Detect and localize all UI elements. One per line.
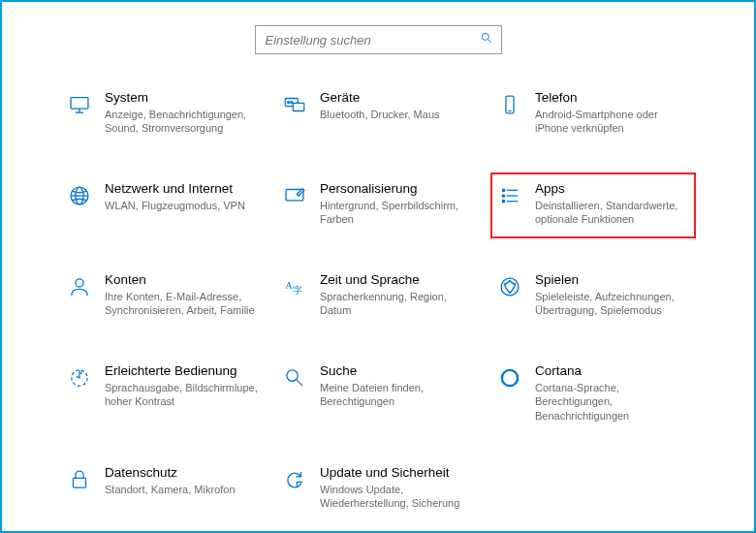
cortana-icon: [496, 364, 523, 392]
update-icon: [281, 466, 308, 493]
svg-point-20: [502, 200, 504, 202]
devices-icon: [281, 91, 308, 118]
tile-desc: Windows Update, Wiederherstellung, Siche…: [320, 483, 475, 512]
svg-line-1: [488, 39, 490, 42]
svg-rect-2: [71, 98, 88, 109]
svg-rect-6: [293, 103, 303, 110]
settings-grid: System Anzeige, Benachrichtigungen, Soun…: [60, 81, 696, 522]
tile-desc: Anzeige, Benachrichtigungen, Sound, Stro…: [105, 108, 260, 137]
tile-title: System: [105, 89, 260, 107]
svg-line-28: [297, 380, 303, 387]
tile-title: Datenschutz: [105, 464, 236, 482]
tile-desc: Cortana-Sprache, Berechtigungen, Benachr…: [535, 381, 690, 424]
tile-title: Apps: [535, 180, 690, 198]
tile-desc: Bluetooth, Drucker, Maus: [320, 108, 440, 122]
gaming-icon: [496, 273, 523, 300]
tile-system[interactable]: System Anzeige, Benachrichtigungen, Soun…: [60, 81, 266, 147]
svg-point-16: [502, 189, 504, 191]
privacy-icon: [66, 466, 93, 493]
tile-update[interactable]: Update und Sicherheit Windows Update, Wi…: [275, 456, 481, 522]
svg-point-7: [288, 102, 290, 104]
tile-desc: Ihre Konten, E-Mail-Adresse, Synchronisi…: [105, 290, 260, 319]
time-language-icon: A字: [281, 273, 308, 300]
tile-time[interactable]: A字 Zeit und Sprache Spracherkennung, Reg…: [275, 264, 481, 329]
svg-rect-30: [74, 478, 86, 487]
system-icon: [66, 91, 93, 118]
tile-desc: Standort, Kamera, Mikrofon: [105, 483, 236, 497]
search-container: [60, 25, 696, 54]
tile-desc: WLAN, Flugzeugmodus, VPN: [105, 199, 245, 213]
tile-cortana[interactable]: Cortana Cortana-Sprache, Berechtigungen,…: [490, 355, 696, 431]
search-icon: [480, 31, 493, 48]
tile-title: Personalisierung: [320, 180, 475, 198]
tile-desc: Hintergrund, Sperrbildschirm, Farben: [320, 199, 475, 228]
tile-title: Telefon: [535, 89, 690, 107]
accounts-icon: [66, 273, 93, 300]
tile-title: Zeit und Sprache: [320, 271, 475, 289]
tile-desc: Spracherkennung, Region, Datum: [320, 290, 475, 319]
svg-point-22: [76, 279, 83, 287]
tile-accounts[interactable]: Konten Ihre Konten, E-Mail-Adresse, Sync…: [60, 264, 266, 329]
ease-of-access-icon: [66, 364, 93, 392]
tile-phone[interactable]: Telefon Android-Smartphone oder iPhone v…: [490, 81, 696, 147]
tile-desc: Deinstallieren, Standardwerte, optionale…: [535, 199, 690, 228]
tile-desc: Sprachausgabe, Bildschirmlupe, hoher Kon…: [105, 381, 260, 410]
search-box[interactable]: [255, 25, 502, 54]
svg-point-27: [287, 370, 298, 381]
tile-title: Spielen: [535, 271, 690, 289]
tile-title: Suche: [320, 362, 475, 380]
svg-point-8: [291, 102, 293, 104]
svg-point-0: [482, 33, 488, 40]
svg-point-18: [502, 195, 504, 197]
network-icon: [66, 182, 93, 209]
tile-title: Erleichterte Bedienung: [105, 362, 260, 380]
tile-personalization[interactable]: Personalisierung Hintergrund, Sperrbilds…: [275, 172, 481, 238]
tile-title: Geräte: [320, 89, 440, 107]
svg-point-29: [502, 370, 518, 386]
tile-title: Netzwerk und Internet: [105, 180, 245, 198]
tile-title: Cortana: [535, 362, 690, 380]
tile-apps[interactable]: Apps Deinstallieren, Standardwerte, opti…: [490, 172, 696, 238]
phone-icon: [496, 91, 523, 118]
tile-desc: Spieleleiste, Aufzeichnungen, Übertragun…: [535, 290, 690, 319]
tile-privacy[interactable]: Datenschutz Standort, Kamera, Mikrofon: [60, 456, 266, 522]
tile-ease[interactable]: Erleichterte Bedienung Sprachausgabe, Bi…: [60, 355, 266, 431]
tile-title: Konten: [105, 271, 260, 289]
svg-text:字: 字: [293, 285, 302, 296]
apps-icon: [496, 182, 523, 209]
tile-desc: Android-Smartphone oder iPhone verknüpfe…: [535, 108, 690, 137]
personalization-icon: [281, 182, 308, 209]
tile-desc: Meine Dateien finden, Berechtigungen: [320, 381, 475, 410]
search-category-icon: [281, 364, 308, 392]
tile-devices[interactable]: Geräte Bluetooth, Drucker, Maus: [275, 81, 481, 147]
tile-network[interactable]: Netzwerk und Internet WLAN, Flugzeugmodu…: [60, 172, 266, 238]
tile-gaming[interactable]: Spielen Spieleleiste, Aufzeichnungen, Üb…: [490, 264, 696, 329]
tile-title: Update und Sicherheit: [320, 464, 475, 482]
tile-search[interactable]: Suche Meine Dateien finden, Berechtigung…: [275, 355, 481, 431]
search-input[interactable]: [266, 33, 480, 47]
svg-text:A: A: [285, 280, 293, 291]
